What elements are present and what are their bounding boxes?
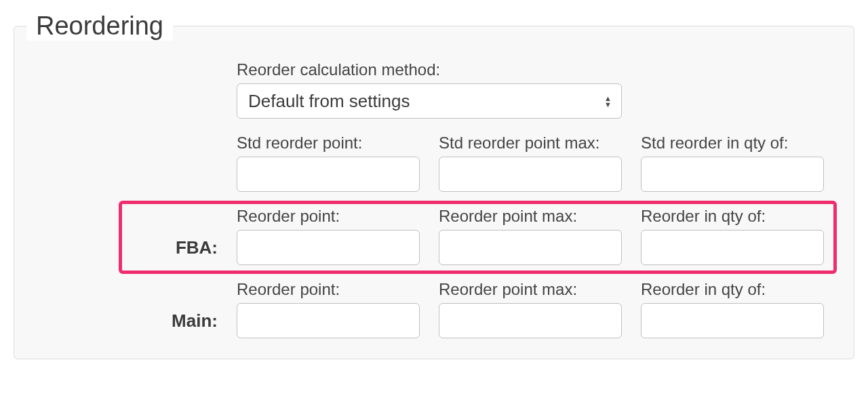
reordering-form-grid: Reorder calculation method: Default from…	[41, 60, 827, 338]
fba-row-label: FBA:	[176, 237, 218, 258]
std-reorder-qty-label: Std reorder in qty of:	[641, 134, 824, 153]
fba-reorder-point-max-field: Reorder point max:	[439, 207, 622, 265]
std-reorder-qty-field: Std reorder in qty of:	[641, 134, 824, 192]
main-reorder-qty-field: Reorder in qty of:	[641, 280, 824, 338]
reorder-method-label: Reorder calculation method:	[237, 60, 622, 79]
fba-reorder-point-input[interactable]	[237, 230, 420, 265]
std-reorder-point-max-label: Std reorder point max:	[439, 134, 622, 153]
reordering-section: Reordering Reorder calculation method: D…	[14, 26, 854, 359]
dropdown-arrows-icon: ▲ ▼	[604, 96, 612, 107]
std-reorder-point-max-field: Std reorder point max:	[439, 134, 622, 192]
main-reorder-qty-input[interactable]	[641, 303, 824, 338]
reorder-method-value: Default from settings	[248, 91, 410, 112]
std-reorder-point-field: Std reorder point:	[237, 134, 420, 192]
std-reorder-qty-input[interactable]	[641, 157, 824, 192]
reorder-method-select[interactable]: Default from settings ▲ ▼	[237, 83, 622, 119]
fba-reorder-qty-field: Reorder in qty of:	[641, 207, 824, 265]
std-reorder-point-label: Std reorder point:	[237, 134, 420, 153]
fba-row-label-cell: FBA:	[176, 237, 218, 265]
fba-reorder-point-max-label: Reorder point max:	[439, 207, 622, 226]
fba-reorder-point-max-input[interactable]	[439, 230, 622, 265]
section-legend: Reordering	[26, 12, 173, 41]
std-reorder-point-max-input[interactable]	[439, 157, 622, 192]
fba-reorder-point-field: Reorder point:	[237, 207, 420, 265]
main-reorder-point-max-input[interactable]	[439, 303, 622, 338]
main-reorder-point-label: Reorder point:	[237, 280, 420, 299]
main-reorder-point-max-label: Reorder point max:	[439, 280, 622, 299]
fba-reorder-qty-input[interactable]	[641, 230, 824, 265]
fba-reorder-point-label: Reorder point:	[237, 207, 420, 226]
std-reorder-point-input[interactable]	[237, 157, 420, 192]
main-row-label: Main:	[172, 311, 218, 331]
reorder-method-field: Reorder calculation method: Default from…	[237, 60, 622, 119]
main-reorder-point-max-field: Reorder point max:	[439, 280, 622, 338]
fba-reorder-qty-label: Reorder in qty of:	[641, 207, 824, 226]
main-reorder-point-input[interactable]	[237, 303, 420, 338]
main-reorder-qty-label: Reorder in qty of:	[641, 280, 824, 299]
main-reorder-point-field: Reorder point:	[237, 280, 420, 338]
main-row-label-cell: Main:	[172, 311, 218, 338]
